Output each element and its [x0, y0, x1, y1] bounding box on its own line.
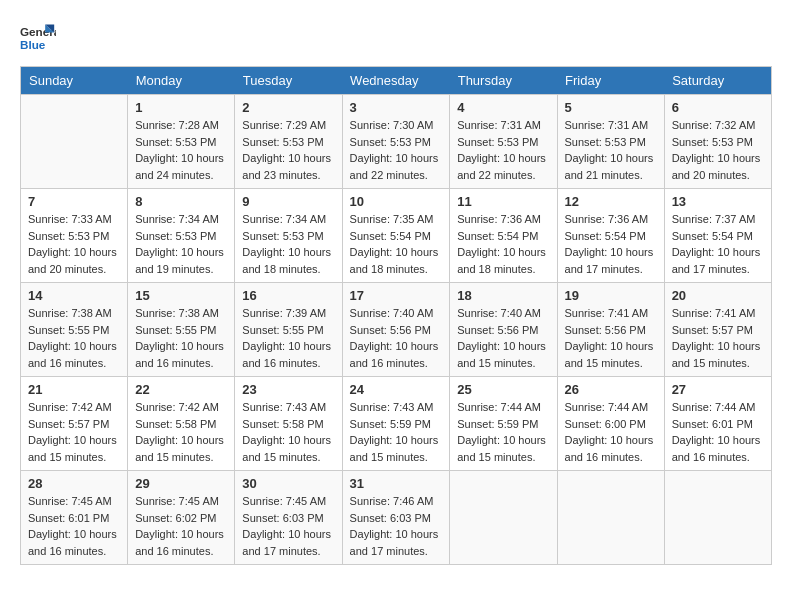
- calendar-cell: 21Sunrise: 7:42 AM Sunset: 5:57 PM Dayli…: [21, 377, 128, 471]
- day-info: Sunrise: 7:44 AM Sunset: 6:01 PM Dayligh…: [672, 399, 764, 465]
- calendar-cell: 23Sunrise: 7:43 AM Sunset: 5:58 PM Dayli…: [235, 377, 342, 471]
- day-number: 18: [457, 288, 549, 303]
- day-number: 15: [135, 288, 227, 303]
- day-number: 7: [28, 194, 120, 209]
- calendar-cell: [450, 471, 557, 565]
- calendar-week-row: 28Sunrise: 7:45 AM Sunset: 6:01 PM Dayli…: [21, 471, 772, 565]
- day-number: 26: [565, 382, 657, 397]
- day-info: Sunrise: 7:45 AM Sunset: 6:01 PM Dayligh…: [28, 493, 120, 559]
- day-info: Sunrise: 7:42 AM Sunset: 5:57 PM Dayligh…: [28, 399, 120, 465]
- weekday-header-thursday: Thursday: [450, 67, 557, 95]
- day-info: Sunrise: 7:45 AM Sunset: 6:02 PM Dayligh…: [135, 493, 227, 559]
- logo-icon: General Blue: [20, 20, 56, 56]
- day-info: Sunrise: 7:44 AM Sunset: 5:59 PM Dayligh…: [457, 399, 549, 465]
- calendar-cell: 15Sunrise: 7:38 AM Sunset: 5:55 PM Dayli…: [128, 283, 235, 377]
- calendar-cell: 10Sunrise: 7:35 AM Sunset: 5:54 PM Dayli…: [342, 189, 450, 283]
- calendar-cell: 1Sunrise: 7:28 AM Sunset: 5:53 PM Daylig…: [128, 95, 235, 189]
- calendar-cell: 28Sunrise: 7:45 AM Sunset: 6:01 PM Dayli…: [21, 471, 128, 565]
- calendar-cell: 18Sunrise: 7:40 AM Sunset: 5:56 PM Dayli…: [450, 283, 557, 377]
- day-info: Sunrise: 7:31 AM Sunset: 5:53 PM Dayligh…: [457, 117, 549, 183]
- day-info: Sunrise: 7:41 AM Sunset: 5:56 PM Dayligh…: [565, 305, 657, 371]
- day-number: 10: [350, 194, 443, 209]
- day-number: 6: [672, 100, 764, 115]
- day-info: Sunrise: 7:42 AM Sunset: 5:58 PM Dayligh…: [135, 399, 227, 465]
- day-number: 4: [457, 100, 549, 115]
- day-info: Sunrise: 7:43 AM Sunset: 5:59 PM Dayligh…: [350, 399, 443, 465]
- day-number: 8: [135, 194, 227, 209]
- day-number: 9: [242, 194, 334, 209]
- day-number: 29: [135, 476, 227, 491]
- day-info: Sunrise: 7:31 AM Sunset: 5:53 PM Dayligh…: [565, 117, 657, 183]
- day-number: 20: [672, 288, 764, 303]
- day-number: 3: [350, 100, 443, 115]
- day-number: 13: [672, 194, 764, 209]
- calendar-header-row: SundayMondayTuesdayWednesdayThursdayFrid…: [21, 67, 772, 95]
- calendar-cell: 12Sunrise: 7:36 AM Sunset: 5:54 PM Dayli…: [557, 189, 664, 283]
- day-number: 21: [28, 382, 120, 397]
- day-number: 12: [565, 194, 657, 209]
- day-info: Sunrise: 7:46 AM Sunset: 6:03 PM Dayligh…: [350, 493, 443, 559]
- weekday-header-saturday: Saturday: [664, 67, 771, 95]
- day-number: 25: [457, 382, 549, 397]
- day-info: Sunrise: 7:37 AM Sunset: 5:54 PM Dayligh…: [672, 211, 764, 277]
- day-number: 17: [350, 288, 443, 303]
- day-info: Sunrise: 7:43 AM Sunset: 5:58 PM Dayligh…: [242, 399, 334, 465]
- day-number: 1: [135, 100, 227, 115]
- day-info: Sunrise: 7:38 AM Sunset: 5:55 PM Dayligh…: [135, 305, 227, 371]
- day-number: 2: [242, 100, 334, 115]
- day-info: Sunrise: 7:41 AM Sunset: 5:57 PM Dayligh…: [672, 305, 764, 371]
- calendar-table: SundayMondayTuesdayWednesdayThursdayFrid…: [20, 66, 772, 565]
- logo: General Blue: [20, 20, 56, 56]
- calendar-cell: 20Sunrise: 7:41 AM Sunset: 5:57 PM Dayli…: [664, 283, 771, 377]
- calendar-cell: 30Sunrise: 7:45 AM Sunset: 6:03 PM Dayli…: [235, 471, 342, 565]
- day-info: Sunrise: 7:34 AM Sunset: 5:53 PM Dayligh…: [242, 211, 334, 277]
- calendar-cell: 9Sunrise: 7:34 AM Sunset: 5:53 PM Daylig…: [235, 189, 342, 283]
- day-info: Sunrise: 7:36 AM Sunset: 5:54 PM Dayligh…: [565, 211, 657, 277]
- day-info: Sunrise: 7:32 AM Sunset: 5:53 PM Dayligh…: [672, 117, 764, 183]
- day-info: Sunrise: 7:34 AM Sunset: 5:53 PM Dayligh…: [135, 211, 227, 277]
- calendar-cell: 3Sunrise: 7:30 AM Sunset: 5:53 PM Daylig…: [342, 95, 450, 189]
- day-info: Sunrise: 7:29 AM Sunset: 5:53 PM Dayligh…: [242, 117, 334, 183]
- weekday-header-tuesday: Tuesday: [235, 67, 342, 95]
- day-info: Sunrise: 7:28 AM Sunset: 5:53 PM Dayligh…: [135, 117, 227, 183]
- calendar-week-row: 7Sunrise: 7:33 AM Sunset: 5:53 PM Daylig…: [21, 189, 772, 283]
- calendar-week-row: 1Sunrise: 7:28 AM Sunset: 5:53 PM Daylig…: [21, 95, 772, 189]
- day-number: 24: [350, 382, 443, 397]
- day-number: 31: [350, 476, 443, 491]
- day-number: 28: [28, 476, 120, 491]
- svg-text:Blue: Blue: [20, 38, 46, 51]
- calendar-cell: 26Sunrise: 7:44 AM Sunset: 6:00 PM Dayli…: [557, 377, 664, 471]
- calendar-week-row: 14Sunrise: 7:38 AM Sunset: 5:55 PM Dayli…: [21, 283, 772, 377]
- day-number: 27: [672, 382, 764, 397]
- day-number: 11: [457, 194, 549, 209]
- calendar-cell: [664, 471, 771, 565]
- calendar-cell: 6Sunrise: 7:32 AM Sunset: 5:53 PM Daylig…: [664, 95, 771, 189]
- page-header: General Blue: [20, 20, 772, 56]
- calendar-cell: 17Sunrise: 7:40 AM Sunset: 5:56 PM Dayli…: [342, 283, 450, 377]
- calendar-cell: [21, 95, 128, 189]
- day-info: Sunrise: 7:39 AM Sunset: 5:55 PM Dayligh…: [242, 305, 334, 371]
- day-number: 5: [565, 100, 657, 115]
- calendar-cell: 16Sunrise: 7:39 AM Sunset: 5:55 PM Dayli…: [235, 283, 342, 377]
- calendar-cell: [557, 471, 664, 565]
- day-number: 22: [135, 382, 227, 397]
- day-info: Sunrise: 7:45 AM Sunset: 6:03 PM Dayligh…: [242, 493, 334, 559]
- day-info: Sunrise: 7:36 AM Sunset: 5:54 PM Dayligh…: [457, 211, 549, 277]
- day-info: Sunrise: 7:33 AM Sunset: 5:53 PM Dayligh…: [28, 211, 120, 277]
- day-info: Sunrise: 7:40 AM Sunset: 5:56 PM Dayligh…: [457, 305, 549, 371]
- day-info: Sunrise: 7:30 AM Sunset: 5:53 PM Dayligh…: [350, 117, 443, 183]
- calendar-cell: 22Sunrise: 7:42 AM Sunset: 5:58 PM Dayli…: [128, 377, 235, 471]
- day-info: Sunrise: 7:38 AM Sunset: 5:55 PM Dayligh…: [28, 305, 120, 371]
- calendar-cell: 11Sunrise: 7:36 AM Sunset: 5:54 PM Dayli…: [450, 189, 557, 283]
- calendar-cell: 14Sunrise: 7:38 AM Sunset: 5:55 PM Dayli…: [21, 283, 128, 377]
- calendar-cell: 27Sunrise: 7:44 AM Sunset: 6:01 PM Dayli…: [664, 377, 771, 471]
- weekday-header-monday: Monday: [128, 67, 235, 95]
- weekday-header-wednesday: Wednesday: [342, 67, 450, 95]
- day-info: Sunrise: 7:35 AM Sunset: 5:54 PM Dayligh…: [350, 211, 443, 277]
- calendar-cell: 4Sunrise: 7:31 AM Sunset: 5:53 PM Daylig…: [450, 95, 557, 189]
- calendar-cell: 24Sunrise: 7:43 AM Sunset: 5:59 PM Dayli…: [342, 377, 450, 471]
- calendar-cell: 25Sunrise: 7:44 AM Sunset: 5:59 PM Dayli…: [450, 377, 557, 471]
- day-number: 14: [28, 288, 120, 303]
- calendar-cell: 31Sunrise: 7:46 AM Sunset: 6:03 PM Dayli…: [342, 471, 450, 565]
- day-info: Sunrise: 7:44 AM Sunset: 6:00 PM Dayligh…: [565, 399, 657, 465]
